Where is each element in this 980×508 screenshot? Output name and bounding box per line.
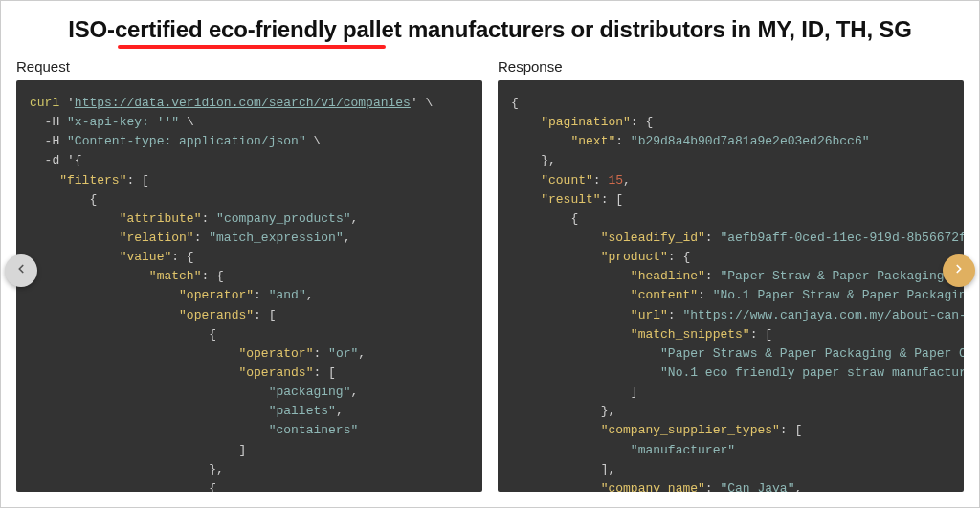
request-label: Request [16, 58, 482, 75]
title-underline [118, 45, 386, 49]
operand-0: packaging [276, 385, 343, 399]
rel-value: match_expression [216, 231, 336, 245]
soleadify-id: aefb9aff-0ced-11ec-919d-8b56672f66f3 [727, 231, 964, 245]
chevron-left-icon [14, 262, 28, 279]
page-title: ISO-certified eco-friendly pallet manufa… [16, 16, 964, 43]
operand-2: containers [276, 423, 350, 437]
operand-1: pallets [276, 404, 328, 418]
hdr-api-key: x-api-key: '' [75, 115, 171, 129]
hdr-content-type: Content-type: application/json [75, 134, 299, 148]
prev-button[interactable] [5, 254, 37, 287]
response-code-panel: { "pagination": { "next": "b29d8a4b90d7a… [498, 80, 964, 492]
next-button[interactable] [943, 254, 975, 287]
snippet-0: Paper Straws & Paper Packaging & Paper C… [668, 346, 964, 361]
response-label: Response [498, 58, 964, 75]
request-column: Request curl 'https://data.veridion.com/… [16, 58, 482, 492]
columns: Request curl 'https://data.veridion.com/… [16, 58, 964, 492]
product-headline: Paper Straw & Paper Packaging Speciali [727, 269, 964, 283]
chevron-right-icon [952, 262, 966, 279]
attr-value: company_products [224, 211, 344, 226]
product-url[interactable]: https://www.canjaya.com.my/about-can-jay… [690, 308, 964, 322]
supplier-type-0: manufacturer [638, 443, 728, 457]
pagination-next: b29d8a4b90d7a81a9e2e03ed26bcc6 [638, 134, 862, 148]
request-code-panel: curl 'https://data.veridion.com/search/v… [16, 80, 482, 492]
product-content: No.1 Paper Straw & Paper Packaging speci… [720, 288, 964, 302]
snippet-1: No.1 eco friendly paper straw manufactur… [668, 365, 964, 380]
curl-keyword: curl [30, 96, 59, 110]
op-or-1: or [336, 346, 351, 361]
request-url[interactable]: https://data.veridion.com/search/v1/comp… [75, 96, 411, 110]
op-and: and [276, 288, 298, 302]
response-column: Response { "pagination": { "next": "b29d… [498, 58, 964, 492]
count-value: 15 [608, 173, 623, 188]
company-name: Can Jaya [727, 481, 787, 492]
